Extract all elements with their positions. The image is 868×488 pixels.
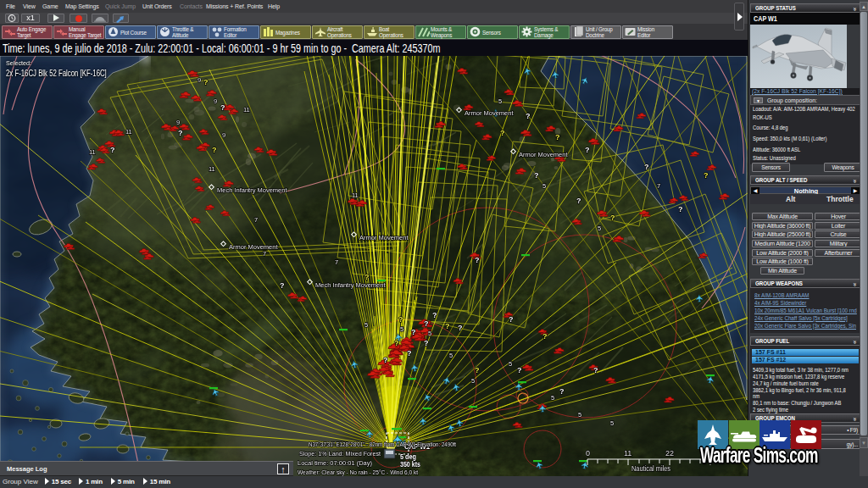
svg-text:?: ? (411, 328, 416, 336)
svg-text:Local time: 07:00:01 (Day): Local time: 07:00:01 (Day) (298, 459, 372, 467)
svg-text:Slope: 1% Land: Mixed Fores: Slope: 1% Land: Mixed Forest (299, 450, 381, 458)
svg-text:7: 7 (657, 182, 660, 190)
svg-text:?: ? (678, 205, 683, 214)
svg-text:22: 22 (665, 449, 674, 458)
svg-text:11: 11 (243, 106, 250, 114)
svg-text:Armor Movement: Armor Movement (359, 234, 409, 241)
svg-text:Armor Movement: Armor Movement (465, 109, 514, 117)
svg-text:11: 11 (89, 148, 96, 156)
svg-text:9: 9 (176, 119, 180, 126)
svg-text:?: ? (534, 171, 539, 180)
svg-text:7: 7 (254, 216, 258, 224)
svg-text:5: 5 (610, 419, 614, 427)
svg-text:5: 5 (542, 182, 546, 190)
svg-text:?: ? (364, 273, 370, 281)
svg-text:?: ? (445, 322, 450, 330)
svg-text:5: 5 (428, 330, 431, 337)
svg-text:?: ? (280, 281, 285, 290)
svg-text:?: ? (500, 129, 505, 137)
svg-text:?: ? (394, 339, 399, 347)
svg-text:5: 5 (509, 360, 512, 368)
svg-text:Weather: Clear sky - No rain -: Weather: Clear sky - No rain - 25°C - Wi… (298, 469, 419, 476)
svg-text:?: ? (593, 366, 598, 374)
svg-text:?: ? (517, 366, 522, 374)
svg-text:5: 5 (449, 352, 453, 359)
svg-text:?: ? (178, 129, 183, 137)
svg-text:?: ? (220, 103, 225, 112)
svg-text:5: 5 (551, 394, 554, 402)
svg-text:Mech Infantry Movement: Mech Infantry Movement (217, 186, 287, 194)
svg-text:11: 11 (352, 191, 359, 199)
svg-text:?: ? (203, 78, 209, 86)
svg-text:Armor Movement: Armor Movement (519, 151, 568, 158)
svg-text:?: ? (424, 339, 429, 347)
svg-text:0: 0 (586, 449, 590, 458)
svg-text:9: 9 (222, 131, 225, 139)
svg-text:?: ? (383, 356, 388, 364)
svg-text:5: 5 (471, 377, 475, 385)
svg-text:?: ? (610, 214, 615, 222)
svg-text:?: ? (424, 319, 429, 328)
svg-text:?: ? (432, 311, 437, 319)
svg-text:?: ? (576, 197, 581, 205)
svg-text:9: 9 (198, 76, 201, 84)
svg-text:11: 11 (624, 449, 632, 458)
svg-text:?: ? (644, 163, 649, 171)
svg-text:?: ? (398, 315, 403, 324)
svg-text:7: 7 (263, 250, 266, 258)
svg-text:11: 11 (209, 165, 215, 173)
svg-text:11: 11 (125, 128, 132, 136)
svg-text:?: ? (110, 146, 115, 154)
svg-text:?: ? (212, 146, 217, 154)
svg-text:N37°37'31" E128°28'01" - 82nm: N37°37'31" E128°28'01" - 82nm from CAP W… (309, 441, 457, 448)
svg-text:?: ? (704, 171, 709, 180)
svg-text:?: ? (407, 349, 412, 358)
svg-text:?: ? (585, 146, 590, 154)
svg-text:?: ? (475, 366, 480, 374)
svg-text:?: ? (526, 112, 531, 120)
svg-text:?: ? (458, 324, 463, 332)
svg-text:?: ? (475, 256, 480, 264)
svg-text:?: ? (555, 133, 560, 141)
svg-text:Nautical miles: Nautical miles (632, 464, 670, 473)
svg-text:?: ? (542, 332, 548, 341)
svg-text:7: 7 (335, 258, 338, 266)
svg-text:9: 9 (214, 97, 217, 105)
svg-text:Armor Movement: Armor Movement (229, 243, 278, 251)
svg-text:Mech Infantry Movement: Mech Infantry Movement (315, 281, 386, 289)
svg-text:5: 5 (364, 321, 368, 329)
svg-text:?: ? (559, 387, 565, 396)
svg-text:?: ? (509, 315, 514, 324)
svg-text:350 kts: 350 kts (400, 460, 420, 469)
svg-text:5: 5 (578, 411, 581, 419)
svg-text:5: 5 (400, 325, 403, 333)
svg-text:5: 5 (598, 225, 601, 232)
svg-text:5: 5 (498, 97, 502, 105)
